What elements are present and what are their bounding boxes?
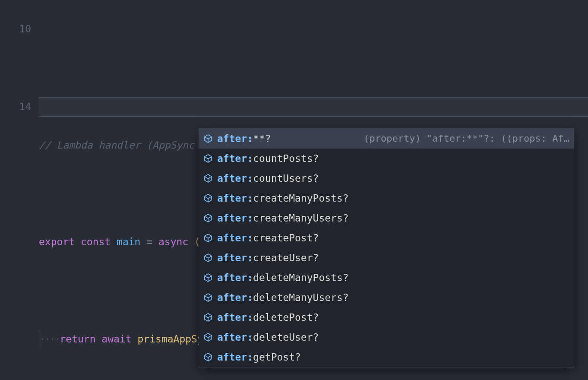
line-number: 14 bbox=[0, 97, 31, 117]
autocomplete-label-suffix: createManyPosts? bbox=[253, 193, 349, 204]
autocomplete-item[interactable]: after:createPost? bbox=[199, 228, 574, 248]
property-icon bbox=[203, 233, 213, 243]
autocomplete-label: after:**? bbox=[217, 129, 271, 149]
line-number bbox=[0, 136, 31, 155]
autocomplete-item[interactable]: after:deleteManyUsers? bbox=[199, 288, 574, 307]
autocomplete-label-suffix: getPost? bbox=[253, 352, 301, 363]
keyword-export: export bbox=[39, 236, 75, 247]
autocomplete-label: after:createUser? bbox=[217, 248, 319, 268]
autocomplete-label: after:deleteUser? bbox=[217, 328, 319, 347]
autocomplete-label-suffix: createUser? bbox=[253, 252, 319, 263]
autocomplete-label-suffix: **? bbox=[253, 133, 271, 144]
autocomplete-label-suffix: countUsers? bbox=[253, 173, 319, 184]
autocomplete-label: after:getPost? bbox=[217, 348, 301, 367]
property-icon bbox=[203, 313, 213, 322]
line-number bbox=[0, 0, 31, 19]
line-number-gutter: 10 14 bbox=[0, 0, 39, 380]
line-number bbox=[0, 58, 31, 78]
line-number bbox=[0, 117, 31, 136]
autocomplete-item[interactable]: after:deleteUser? bbox=[199, 327, 574, 347]
line-number: 10 bbox=[0, 19, 31, 39]
autocomplete-label: after:deleteManyPosts? bbox=[217, 268, 349, 288]
autocomplete-item[interactable]: after:createUser? bbox=[199, 248, 574, 268]
autocomplete-label-prefix: after: bbox=[217, 232, 253, 244]
autocomplete-label: after:deleteManyUsers? bbox=[217, 288, 349, 307]
property-icon bbox=[203, 193, 213, 203]
autocomplete-label-suffix: deletePost? bbox=[253, 312, 319, 323]
autocomplete-label-prefix: after: bbox=[217, 133, 253, 144]
autocomplete-label: after:createPost? bbox=[217, 228, 319, 248]
line-number bbox=[0, 155, 31, 175]
keyword-await: await bbox=[101, 333, 131, 345]
property-icon bbox=[203, 273, 213, 282]
autocomplete-label-prefix: after: bbox=[217, 272, 253, 283]
autocomplete-label: after:createManyPosts? bbox=[217, 189, 349, 208]
autocomplete-label-suffix: createPost? bbox=[253, 232, 319, 244]
property-icon bbox=[203, 352, 213, 362]
property-icon bbox=[203, 174, 213, 183]
autocomplete-label-prefix: after: bbox=[217, 252, 253, 263]
autocomplete-popup[interactable]: after:**?(property) "after:**"?: ((props… bbox=[199, 128, 574, 367]
autocomplete-item[interactable]: after:getPost? bbox=[199, 347, 574, 367]
autocomplete-detail: (property) "after:**"?: ((props: Af… bbox=[355, 130, 569, 148]
autocomplete-item[interactable]: after:deletePost? bbox=[199, 307, 574, 327]
autocomplete-item[interactable]: after:deleteManyPosts? bbox=[199, 268, 574, 288]
property-icon bbox=[203, 293, 213, 302]
autocomplete-label-prefix: after: bbox=[217, 332, 253, 343]
property-icon bbox=[203, 253, 213, 263]
autocomplete-label-prefix: after: bbox=[217, 312, 253, 323]
autocomplete-label-prefix: after: bbox=[217, 173, 253, 184]
autocomplete-item[interactable]: after:createManyUsers? bbox=[199, 208, 574, 228]
autocomplete-label-prefix: after: bbox=[217, 212, 253, 224]
autocomplete-label-suffix: deleteUser? bbox=[253, 332, 319, 343]
autocomplete-label: after:countPosts? bbox=[217, 149, 319, 168]
autocomplete-label: after:countUsers? bbox=[217, 169, 319, 188]
autocomplete-item[interactable]: after:countPosts? bbox=[199, 149, 574, 168]
autocomplete-label-suffix: deleteManyUsers? bbox=[253, 292, 349, 303]
autocomplete-item[interactable]: after:countUsers? bbox=[199, 168, 574, 188]
autocomplete-label-suffix: deleteManyPosts? bbox=[253, 272, 349, 283]
autocomplete-label-suffix: countPosts? bbox=[253, 153, 319, 164]
autocomplete-label: after:createManyUsers? bbox=[217, 209, 349, 228]
keyword-async: async bbox=[158, 236, 188, 247]
line-number bbox=[0, 39, 31, 58]
autocomplete-item[interactable]: after:createManyPosts? bbox=[199, 188, 574, 208]
property-icon bbox=[203, 154, 213, 163]
autocomplete-label-prefix: after: bbox=[217, 292, 253, 303]
property-icon bbox=[203, 213, 213, 223]
autocomplete-label: after:deletePost? bbox=[217, 308, 319, 327]
property-icon bbox=[203, 332, 213, 342]
autocomplete-label-prefix: after: bbox=[217, 352, 253, 363]
line-number bbox=[0, 78, 31, 97]
autocomplete-label-prefix: after: bbox=[217, 153, 253, 164]
autocomplete-item[interactable]: after:**?(property) "after:**"?: ((props… bbox=[199, 129, 574, 149]
property-icon bbox=[203, 134, 213, 143]
identifier-main: main bbox=[117, 236, 140, 247]
indent-dots: ···· bbox=[39, 333, 60, 345]
autocomplete-label-prefix: after: bbox=[217, 193, 253, 204]
autocomplete-label-suffix: createManyUsers? bbox=[253, 212, 349, 224]
keyword-return: return bbox=[60, 333, 95, 345]
keyword-const: const bbox=[81, 236, 111, 247]
operator-eq: = bbox=[140, 236, 158, 247]
